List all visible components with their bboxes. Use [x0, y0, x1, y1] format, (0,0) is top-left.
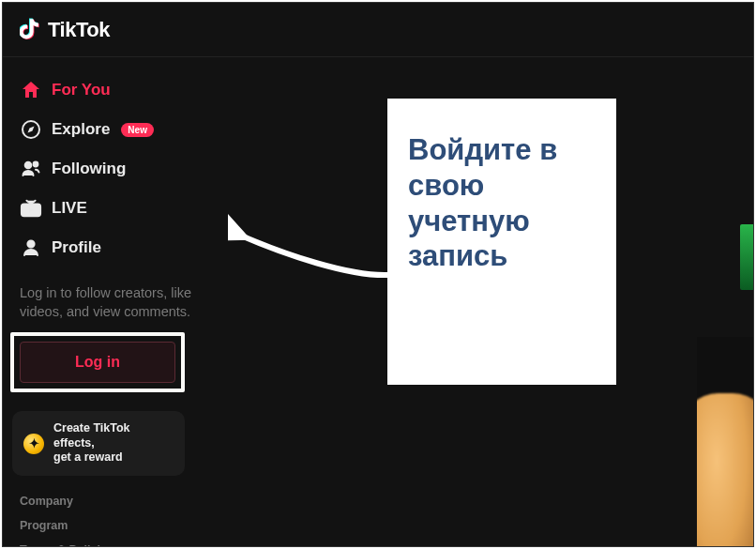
sidebar-item-for-you[interactable]: For You [10, 70, 213, 110]
nav-label: Profile [52, 238, 101, 257]
footer-program[interactable]: Program [20, 519, 204, 532]
annotation-callout: Войдите в свою учетную запись [387, 99, 616, 385]
nav-label: Explore [52, 120, 110, 139]
home-icon [20, 79, 42, 101]
content-area: For You Explore New Following LIVE [3, 57, 753, 546]
login-hint: Log in to follow creators, like videos, … [10, 267, 213, 328]
profile-icon [20, 236, 42, 259]
effects-text: Create TikTok effects, get a reward [53, 421, 174, 465]
login-highlight-box: Log in [10, 332, 185, 392]
annotation-text: Войдите в свою учетную запись [408, 132, 596, 274]
video-thumb-partial[interactable] [740, 224, 753, 290]
brand-logo[interactable]: TikTok [20, 15, 110, 45]
footer-company[interactable]: Company [20, 495, 204, 508]
footer-terms[interactable]: Terms & Policies [20, 543, 204, 546]
new-badge: New [121, 123, 154, 137]
sidebar-item-explore[interactable]: Explore New [10, 110, 213, 149]
effects-promo-card[interactable]: ✦ Create TikTok effects, get a reward [12, 411, 185, 476]
effects-line1: Create TikTok effects, [53, 421, 174, 450]
svg-point-0 [25, 162, 32, 169]
footer-links: Company Program Terms & Policies © 2024 … [10, 495, 213, 546]
video-thumb-partial[interactable] [697, 337, 753, 546]
nav-label: LIVE [52, 199, 87, 218]
compass-icon [20, 118, 42, 141]
header: TikTok [3, 3, 753, 57]
following-icon [20, 158, 42, 180]
sidebar-item-following[interactable]: Following [10, 149, 213, 189]
sidebar: For You Explore New Following LIVE [3, 57, 220, 546]
nav-label: Following [52, 160, 126, 178]
login-button-label: Log in [75, 354, 120, 371]
effects-line2: get a reward [53, 450, 174, 465]
nav-label: For You [52, 81, 111, 99]
svg-point-3 [27, 240, 34, 247]
coin-icon: ✦ [23, 434, 44, 454]
brand-text: TikTok [48, 18, 110, 42]
sidebar-item-live[interactable]: LIVE [10, 189, 213, 228]
sidebar-item-profile[interactable]: Profile [10, 228, 213, 267]
live-icon [20, 197, 42, 220]
svg-point-1 [34, 162, 38, 167]
app-frame: TikTok For You Explore New [2, 2, 754, 547]
tiktok-note-icon [20, 15, 44, 45]
login-button[interactable]: Log in [20, 342, 175, 383]
